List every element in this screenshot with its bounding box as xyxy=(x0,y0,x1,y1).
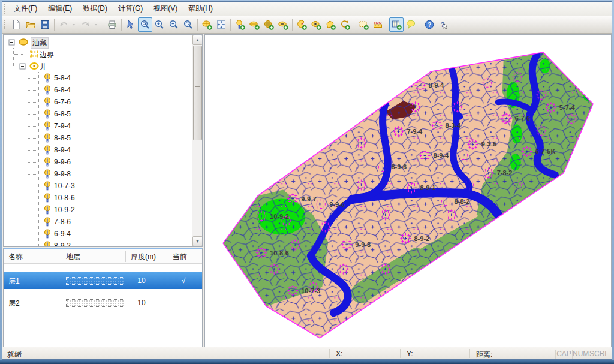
well-label: 8-9-6 xyxy=(391,163,407,170)
menu-bar: 文件(F)编辑(E)数据(D)计算(G)视图(V)帮助(H) xyxy=(2,2,612,16)
tree-expander-icon[interactable] xyxy=(8,39,15,46)
well-label: 8-9-2 xyxy=(414,235,430,242)
tree-item-label: 8-8-5 xyxy=(54,134,71,142)
tree-item-well-6-9-4[interactable]: 6-9-4 xyxy=(4,228,192,240)
map-svg[interactable]: 8-9-45-7-46-7-68-3-47-9-49-3-56-7-5K8-9-… xyxy=(205,35,611,347)
well-label: 9-9-8 xyxy=(355,241,371,248)
menu-item-5[interactable]: 帮助(H) xyxy=(183,1,218,16)
tree-connector xyxy=(28,162,36,163)
add-reservoir-tool[interactable] xyxy=(200,17,214,32)
stratum-pattern-swatch[interactable] xyxy=(66,299,124,307)
well-icon xyxy=(42,121,53,131)
well-icon xyxy=(42,228,53,239)
ellipse-icon xyxy=(18,37,29,47)
layers-table[interactable]: 名称地层厚度(m)当前 层110√层210 xyxy=(3,248,203,347)
generate-grid-tool[interactable] xyxy=(389,17,404,32)
column-header-0[interactable]: 名称 xyxy=(8,252,23,262)
context-help-button[interactable]: ? xyxy=(437,17,451,32)
add-ellipse-line-tool[interactable] xyxy=(276,17,290,32)
stratum-pattern-swatch[interactable] xyxy=(66,277,124,285)
tree-item-well-7-9-4[interactable]: 7-9-4 xyxy=(4,120,192,132)
tree-scrollbar[interactable]: ▲ ▼ xyxy=(192,35,202,246)
column-header-1[interactable]: 地层 xyxy=(66,252,80,262)
menu-item-3[interactable]: 计算(G) xyxy=(113,1,148,16)
layer-row-层1[interactable]: 层110√ xyxy=(4,272,202,289)
tree-item-well-9-9-6[interactable]: 9-9-6 xyxy=(4,156,192,168)
add-cross-tool[interactable] xyxy=(309,17,323,32)
tree-item-well-8-8-5[interactable]: 8-8-5 xyxy=(4,132,192,144)
fit-extent-tool[interactable] xyxy=(214,17,228,32)
well-icon xyxy=(42,85,53,95)
menu-item-2[interactable]: 数据(D) xyxy=(77,1,113,16)
scroll-up-button[interactable]: ▲ xyxy=(192,35,203,45)
print-button[interactable] xyxy=(105,17,119,32)
add-ellipse-tool[interactable] xyxy=(247,17,261,32)
zoom-window-tool[interactable] xyxy=(138,17,152,32)
help-button[interactable]: ? xyxy=(422,17,437,32)
tree-item-well-6-7-6[interactable]: 6-7-6 xyxy=(4,96,192,108)
tree-item-well-6-8-4[interactable]: 6-8-4 xyxy=(4,84,192,96)
globeadd-icon xyxy=(201,19,212,30)
tree-item-well-7-8-6[interactable]: 7-8-6 xyxy=(4,216,192,228)
dashrect-icon xyxy=(29,49,40,59)
map-canvas[interactable]: 8-9-45-7-46-7-68-3-47-9-49-3-56-7-5K8-9-… xyxy=(204,34,612,347)
tree-expander-icon[interactable] xyxy=(19,63,26,70)
layer-row-层2[interactable]: 层210 xyxy=(4,294,202,311)
status-toggle-scrl: SCRL xyxy=(589,350,606,360)
zoom-extent-tool[interactable] xyxy=(181,17,195,32)
menu-item-1[interactable]: 编辑(E) xyxy=(43,1,77,16)
add-polygon-tool[interactable] xyxy=(323,17,338,32)
tree-item-well-9-9-8[interactable]: 9-9-8 xyxy=(4,168,192,180)
tree-item-well-8-9-4[interactable]: 8-9-4 xyxy=(4,144,192,156)
measure-tool[interactable]: H2O xyxy=(371,17,385,32)
tree-item-0[interactable]: 油藏 xyxy=(4,36,192,48)
scroll-down-button[interactable]: ▼ xyxy=(192,236,203,246)
well-symbol-icon[interactable] xyxy=(338,101,348,112)
menu-item-4[interactable]: 视图(V) xyxy=(148,1,183,16)
tree-item-label: 油藏 xyxy=(31,38,48,48)
add-selection-tool[interactable] xyxy=(356,17,371,32)
tree-connector xyxy=(28,102,36,103)
tree-item-label: 10-7-3 xyxy=(54,182,75,190)
scroll-thumb[interactable] xyxy=(193,46,202,140)
add-well-pattern-tool[interactable] xyxy=(261,17,276,32)
column-header-2[interactable]: 厚度(m) xyxy=(131,252,156,262)
column-header-3[interactable]: 当前 xyxy=(173,252,187,262)
well-label: 6-7-5K xyxy=(535,148,556,155)
tree-item-well-5-8-4[interactable]: 5-8-4 xyxy=(4,72,192,84)
menubar-grip xyxy=(4,4,7,14)
app-window: 文件(F)编辑(E)数据(D)计算(G)视图(V)帮助(H) H2O?? 油藏边… xyxy=(0,0,614,364)
layer-current-check[interactable]: √ xyxy=(168,276,198,285)
redo-dropdown[interactable] xyxy=(93,17,101,32)
open-button[interactable] xyxy=(23,17,38,32)
well-symbol-icon[interactable] xyxy=(308,143,318,154)
well-symbol-icon[interactable] xyxy=(380,77,390,88)
redo-button[interactable] xyxy=(79,17,93,32)
tree-item-2[interactable]: 井 xyxy=(4,60,192,72)
zoom-in-tool[interactable] xyxy=(152,17,167,32)
add-rotate-tool[interactable] xyxy=(338,17,352,32)
add-well-tool[interactable] xyxy=(233,17,247,32)
menu-item-0[interactable]: 文件(F) xyxy=(8,1,43,16)
annotation-tool[interactable] xyxy=(404,17,418,32)
dd-icon xyxy=(71,21,78,28)
undo-button[interactable] xyxy=(56,17,71,32)
select-tool[interactable] xyxy=(124,17,138,32)
add-fault-tool[interactable] xyxy=(294,17,309,32)
tree-item-well-10-9-2[interactable]: 10-9-2 xyxy=(4,204,192,216)
print-icon xyxy=(107,19,118,30)
tree-item-well-8-9-2[interactable]: 8-9-2 xyxy=(4,240,192,246)
field-map[interactable]: 8-9-45-7-46-7-68-3-47-9-49-3-56-7-5K8-9-… xyxy=(205,35,611,347)
new-button[interactable] xyxy=(9,17,23,32)
tree-item-well-6-8-5[interactable]: 6-8-5 xyxy=(4,108,192,120)
undo-dropdown[interactable] xyxy=(71,17,79,32)
save-button[interactable] xyxy=(38,17,52,32)
reservoir-tree[interactable]: 油藏边界井5-8-46-8-46-7-66-8-57-9-48-8-58-9-4… xyxy=(3,34,203,247)
tree-item-label: 7-9-4 xyxy=(54,122,71,130)
tree-item-well-10-7-3[interactable]: 10-7-3 xyxy=(4,180,192,192)
tree-item-1[interactable]: 边界 xyxy=(4,48,192,60)
zoom-out-tool[interactable] xyxy=(167,17,181,32)
tree-item-well-10-8-6[interactable]: 10-8-6 xyxy=(4,192,192,204)
zoomwin-icon xyxy=(140,19,151,30)
svg-text:?: ? xyxy=(428,22,431,28)
